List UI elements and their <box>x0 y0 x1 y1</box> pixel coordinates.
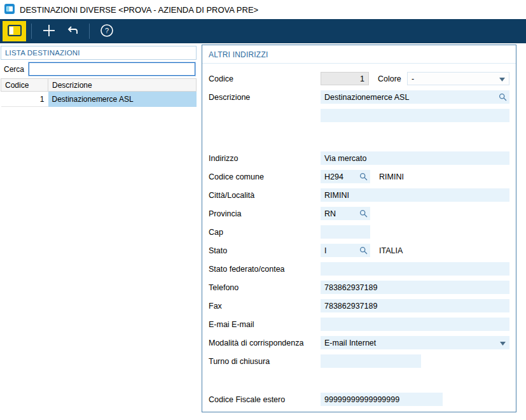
descrizione-value: Destinazionemerce ASL <box>324 93 409 102</box>
stato-field[interactable]: I <box>321 244 370 257</box>
undo-button[interactable] <box>60 21 84 41</box>
citta-field[interactable]: RIMINI <box>321 188 509 202</box>
main-content: LISTA DESTINAZIONI Cerca Codice Descrizi… <box>0 43 526 420</box>
search-row: Cerca <box>1 60 197 78</box>
telefono-field[interactable]: 783862937189 <box>321 281 509 294</box>
search-lookup-icon[interactable] <box>359 172 368 183</box>
title-bar: DESTINAZIONI DIVERSE <PROVA - AZIENDA DI… <box>0 0 526 19</box>
app-icon <box>4 4 15 16</box>
chevron-down-icon <box>499 74 505 83</box>
form-spacer <box>202 370 516 390</box>
stato-federato-field[interactable] <box>321 262 509 276</box>
cap-label: Cap <box>209 228 321 237</box>
toolbar-separator <box>31 24 32 39</box>
fax-label: Fax <box>209 302 321 311</box>
window-title: DESTINAZIONI DIVERSE <PROVA - AZIENDA DI… <box>20 5 258 15</box>
search-label: Cerca <box>1 65 29 74</box>
email-label: E-mai E-mail <box>209 320 321 329</box>
table-row[interactable]: 1 Destinazionemerce ASL <box>1 92 197 107</box>
destinations-list-panel: LISTA DESTINAZIONI Cerca Codice Descrizi… <box>1 46 197 107</box>
provincia-field[interactable]: RN <box>321 207 370 220</box>
search-lookup-icon[interactable] <box>499 93 507 103</box>
right-panel-title: ALTRI INDIRIZZI <box>202 45 516 64</box>
list-button[interactable] <box>3 21 26 41</box>
stato-federato-label: Stato federato/contea <box>209 265 321 274</box>
table-header-row: Codice Descrizione <box>1 79 197 92</box>
altri-indirizzi-panel: ALTRI INDIRIZZI Codice 1 Colore - Descri… <box>202 45 516 412</box>
provincia-value: RN <box>324 209 336 218</box>
help-button[interactable]: ? <box>95 21 118 41</box>
descrizione-extra-field[interactable] <box>321 109 509 122</box>
modalita-value: E-mail Internet <box>324 339 376 347</box>
descrizione-label: Descrizione <box>209 93 321 102</box>
toolbar-separator <box>89 24 90 39</box>
provincia-label: Provincia <box>209 209 321 218</box>
colore-label: Colore <box>378 74 407 83</box>
codice-comune-label: Codice comune <box>209 172 321 181</box>
chevron-down-icon <box>500 339 506 347</box>
colore-value: - <box>412 74 414 83</box>
modalita-dropdown[interactable]: E-mail Internet <box>321 336 509 349</box>
help-icon: ? <box>100 24 114 39</box>
codice-comune-field[interactable]: H294 <box>321 170 370 183</box>
toolbar: ? <box>0 19 526 43</box>
undo-icon <box>66 25 80 38</box>
cell-descrizione[interactable]: Destinazionemerce ASL <box>48 92 197 107</box>
add-icon <box>42 24 56 39</box>
indirizzo-field[interactable]: Via mercato <box>321 151 509 165</box>
codice-comune-display: RIMINI <box>379 172 404 181</box>
codice-field: 1 <box>321 72 369 85</box>
form-spacer <box>202 125 516 149</box>
descrizione-field[interactable]: Destinazionemerce ASL <box>321 90 509 104</box>
turno-label: Turno di chiusura <box>209 357 321 366</box>
indirizzo-label: Indirizzo <box>209 154 321 163</box>
turno-field[interactable] <box>321 354 421 368</box>
stato-value: I <box>324 246 326 255</box>
citta-label: Città/Località <box>209 191 321 200</box>
list-icon <box>8 25 22 38</box>
fax-field[interactable]: 783862937189 <box>321 299 509 312</box>
colore-dropdown[interactable]: - <box>407 72 509 85</box>
search-input[interactable] <box>29 62 195 76</box>
search-lookup-icon[interactable] <box>359 209 368 220</box>
modalita-label: Modalità di corrispondenza <box>209 339 321 347</box>
svg-text:?: ? <box>104 27 108 34</box>
codice-fiscale-label: Codice Fiscale estero <box>209 395 321 404</box>
codice-comune-value: H294 <box>324 172 343 181</box>
codice-label: Codice <box>209 74 321 83</box>
stato-display: ITALIA <box>379 246 403 255</box>
column-header-codice[interactable]: Codice <box>1 79 48 92</box>
search-lookup-icon[interactable] <box>359 246 368 256</box>
left-panel-title: LISTA DESTINAZIONI <box>1 46 197 60</box>
codice-fiscale-field[interactable]: 99999999999999999 <box>321 393 443 406</box>
stato-label: Stato <box>209 246 321 255</box>
column-header-descrizione[interactable]: Descrizione <box>48 79 197 92</box>
cap-field[interactable] <box>321 225 370 239</box>
telefono-label: Telefono <box>209 283 321 292</box>
add-button[interactable] <box>37 21 60 41</box>
cell-codice[interactable]: 1 <box>1 92 48 107</box>
email-field[interactable] <box>321 318 509 331</box>
destinations-table: Codice Descrizione 1 Destinazionemerce A… <box>1 78 197 107</box>
address-form: Codice 1 Colore - Descrizione Destinazio… <box>202 64 516 409</box>
